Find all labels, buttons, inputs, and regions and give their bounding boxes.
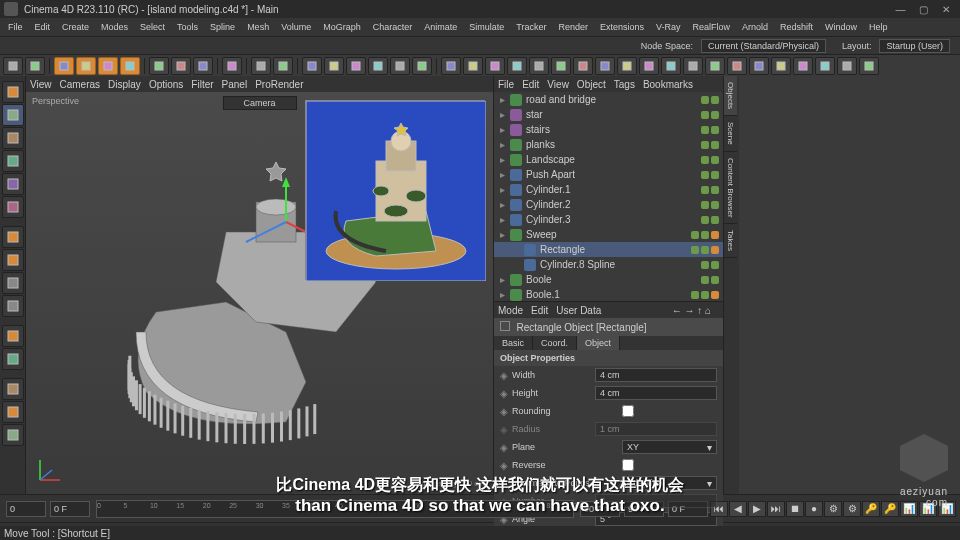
vp-menu-panel[interactable]: Panel	[222, 79, 248, 90]
menu-tools[interactable]: Tools	[171, 22, 204, 32]
tweak-tool[interactable]	[2, 226, 24, 248]
menu-mesh[interactable]: Mesh	[241, 22, 275, 32]
light-button[interactable]	[390, 57, 410, 75]
playback-btn-11[interactable]: 📊	[919, 501, 937, 517]
obj-menu-object[interactable]: Object	[577, 79, 606, 90]
redo-button[interactable]	[25, 57, 45, 75]
attr-tab-object[interactable]: Object	[577, 336, 620, 350]
menu-tracker[interactable]: Tracker	[510, 22, 552, 32]
obj-menu-tags[interactable]: Tags	[614, 79, 635, 90]
r-button[interactable]	[815, 57, 835, 75]
tree-item[interactable]: ▸star	[494, 107, 723, 122]
vp-menu-view[interactable]: View	[30, 79, 52, 90]
k-button[interactable]	[661, 57, 681, 75]
playback-btn-9[interactable]: 🔑	[881, 501, 899, 517]
i-button[interactable]	[617, 57, 637, 75]
f-button[interactable]	[551, 57, 571, 75]
playback-btn-7[interactable]: ⚙	[843, 501, 861, 517]
tree-item[interactable]: ▸Boole.1	[494, 287, 723, 302]
prop-intermediate points-select[interactable]: Adaptive ▾	[622, 476, 717, 490]
obj-menu-view[interactable]: View	[547, 79, 569, 90]
plane-button[interactable]	[368, 57, 388, 75]
prop-radius-input[interactable]	[595, 422, 717, 436]
renderview-button[interactable]	[273, 57, 293, 75]
playback-btn-2[interactable]: ▶	[748, 501, 766, 517]
obj-menu-file[interactable]: File	[498, 79, 514, 90]
c-button[interactable]	[485, 57, 505, 75]
obj-menu-edit[interactable]: Edit	[522, 79, 539, 90]
tree-item[interactable]: Cylinder.8 Spline	[494, 257, 723, 272]
tree-item[interactable]: Rectangle	[494, 242, 723, 257]
p-button[interactable]	[771, 57, 791, 75]
vp-menu-options[interactable]: Options	[149, 79, 183, 90]
reference-image[interactable]	[305, 100, 485, 280]
live-tool[interactable]	[2, 81, 24, 103]
menu-spline[interactable]: Spline	[204, 22, 241, 32]
j-button[interactable]	[639, 57, 659, 75]
q-button[interactable]	[793, 57, 813, 75]
menu-animate[interactable]: Animate	[418, 22, 463, 32]
menu-redshift[interactable]: Redshift	[774, 22, 819, 32]
tree-item[interactable]: ▸Cylinder.2	[494, 197, 723, 212]
obj-menu-bookmarks[interactable]: Bookmarks	[643, 79, 693, 90]
h-button[interactable]	[595, 57, 615, 75]
prop-reverse-checkbox[interactable]	[622, 459, 634, 471]
s1-tool[interactable]	[2, 325, 24, 347]
menu-help[interactable]: Help	[863, 22, 894, 32]
menu-character[interactable]: Character	[367, 22, 419, 32]
menu-simulate[interactable]: Simulate	[463, 22, 510, 32]
menu-render[interactable]: Render	[552, 22, 594, 32]
n-button[interactable]	[727, 57, 747, 75]
undo-button[interactable]	[3, 57, 23, 75]
node-space-value[interactable]: Current (Standard/Physical)	[701, 39, 826, 53]
timeline-ruler[interactable]: 051015202530354045505560657075808590	[96, 500, 574, 518]
cyl-button[interactable]	[346, 57, 366, 75]
tree-item[interactable]: ▸Boole	[494, 272, 723, 287]
texture-tool[interactable]	[2, 127, 24, 149]
prop-plane-select[interactable]: XY ▾	[622, 440, 717, 454]
playback-btn-12[interactable]: 📊	[938, 501, 956, 517]
attr-tab-basic[interactable]: Basic	[494, 336, 533, 350]
prop-number-input[interactable]	[595, 494, 717, 508]
s-button[interactable]	[837, 57, 857, 75]
a-button[interactable]	[441, 57, 461, 75]
move-button[interactable]	[76, 57, 96, 75]
sphere-button[interactable]	[324, 57, 344, 75]
snap-tool[interactable]	[2, 272, 24, 294]
attr-menu-edit[interactable]: Edit	[531, 305, 548, 316]
object-tree[interactable]: ▸road and bridge▸star▸stairs▸planks▸Land…	[494, 92, 723, 302]
playback-btn-5[interactable]: ●	[805, 501, 823, 517]
poly-tool[interactable]	[2, 196, 24, 218]
menu-edit[interactable]: Edit	[29, 22, 57, 32]
menu-window[interactable]: Window	[819, 22, 863, 32]
tree-item[interactable]: ▸planks	[494, 137, 723, 152]
timeline-start-frame[interactable]	[50, 501, 90, 517]
attr-tab-coord[interactable]: Coord.	[533, 336, 577, 350]
vp-menu-filter[interactable]: Filter	[191, 79, 213, 90]
attr-menu-user data[interactable]: User Data	[556, 305, 601, 316]
attr-nav-icons[interactable]: ← → ↑ ⌂	[672, 305, 711, 316]
point-tool[interactable]	[2, 150, 24, 172]
b-button[interactable]	[463, 57, 483, 75]
world-button[interactable]	[222, 57, 242, 75]
g-button[interactable]	[573, 57, 593, 75]
tree-item[interactable]: ▸Cylinder.3	[494, 212, 723, 227]
close-button[interactable]: ✕	[936, 4, 956, 15]
vp-menu-display[interactable]: Display	[108, 79, 141, 90]
attr-menu-mode[interactable]: Mode	[498, 305, 523, 316]
menu-realflow[interactable]: RealFlow	[687, 22, 737, 32]
m1-tool[interactable]	[2, 378, 24, 400]
vp-menu-prorender[interactable]: ProRender	[255, 79, 303, 90]
tree-item[interactable]: ▸stairs	[494, 122, 723, 137]
tree-item[interactable]: ▸Landscape	[494, 152, 723, 167]
cam-button[interactable]	[412, 57, 432, 75]
x-button[interactable]	[149, 57, 169, 75]
playback-btn-3[interactable]: ⏭	[767, 501, 785, 517]
select-button[interactable]	[54, 57, 74, 75]
playback-btn-8[interactable]: 🔑	[862, 501, 880, 517]
playback-btn-6[interactable]: ⚙	[824, 501, 842, 517]
side-tab-objects[interactable]: Objects	[724, 76, 737, 116]
side-tab-scene[interactable]: Scene	[724, 116, 737, 152]
viewport[interactable]: Perspective Camera	[26, 92, 493, 494]
prop-width-input[interactable]	[595, 368, 717, 382]
